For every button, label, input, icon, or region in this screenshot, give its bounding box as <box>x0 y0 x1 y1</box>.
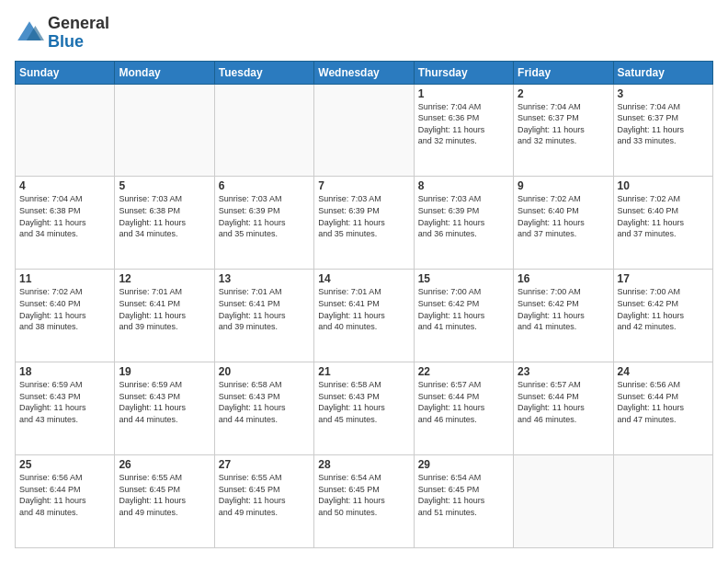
day-info: Sunrise: 7:04 AMSunset: 6:37 PMDaylight:… <box>518 101 609 147</box>
calendar-cell: 15Sunrise: 7:00 AMSunset: 6:42 PMDayligh… <box>414 270 513 362</box>
calendar-table: SundayMondayTuesdayWednesdayThursdayFrid… <box>15 61 713 548</box>
page: General Blue SundayMondayTuesdayWednesda… <box>0 0 728 563</box>
calendar-cell: 14Sunrise: 7:01 AMSunset: 6:41 PMDayligh… <box>314 270 414 362</box>
day-number: 3 <box>618 87 709 100</box>
day-number: 26 <box>119 458 210 471</box>
calendar-cell: 22Sunrise: 6:57 AMSunset: 6:44 PMDayligh… <box>414 362 513 455</box>
calendar-cell: 20Sunrise: 6:58 AMSunset: 6:43 PMDayligh… <box>214 362 313 455</box>
calendar-cell: 19Sunrise: 6:59 AMSunset: 6:43 PMDayligh… <box>115 362 214 455</box>
day-number: 13 <box>219 272 310 285</box>
day-number: 6 <box>219 179 310 192</box>
header: General Blue <box>15 15 713 52</box>
day-info: Sunrise: 6:54 AMSunset: 6:45 PMDaylight:… <box>418 472 509 518</box>
day-info: Sunrise: 6:57 AMSunset: 6:44 PMDaylight:… <box>418 379 509 425</box>
calendar-cell <box>16 84 115 177</box>
day-info: Sunrise: 7:03 AMSunset: 6:39 PMDaylight:… <box>219 193 310 239</box>
weekday-header-sunday: Sunday <box>16 61 115 84</box>
week-row-1: 1Sunrise: 7:04 AMSunset: 6:36 PMDaylight… <box>16 84 713 177</box>
day-number: 11 <box>19 272 110 285</box>
day-info: Sunrise: 7:02 AMSunset: 6:40 PMDaylight:… <box>19 286 110 332</box>
logo-blue: Blue <box>48 32 84 51</box>
logo-general: General <box>48 14 109 32</box>
day-info: Sunrise: 7:02 AMSunset: 6:40 PMDaylight:… <box>518 193 609 239</box>
calendar-cell: 6Sunrise: 7:03 AMSunset: 6:39 PMDaylight… <box>214 177 313 270</box>
calendar-cell: 18Sunrise: 6:59 AMSunset: 6:43 PMDayligh… <box>16 362 115 455</box>
day-number: 24 <box>618 365 709 378</box>
weekday-header-tuesday: Tuesday <box>214 61 313 84</box>
week-row-3: 11Sunrise: 7:02 AMSunset: 6:40 PMDayligh… <box>16 270 713 362</box>
day-info: Sunrise: 7:01 AMSunset: 6:41 PMDaylight:… <box>318 286 409 332</box>
day-number: 22 <box>418 365 509 378</box>
weekday-header-friday: Friday <box>514 61 613 84</box>
weekday-header-saturday: Saturday <box>613 61 712 84</box>
calendar-cell: 27Sunrise: 6:55 AMSunset: 6:45 PMDayligh… <box>214 455 313 548</box>
calendar-cell: 10Sunrise: 7:02 AMSunset: 6:40 PMDayligh… <box>613 177 712 270</box>
day-info: Sunrise: 6:55 AMSunset: 6:45 PMDaylight:… <box>119 472 210 518</box>
day-number: 21 <box>318 365 409 378</box>
calendar-cell: 12Sunrise: 7:01 AMSunset: 6:41 PMDayligh… <box>115 270 214 362</box>
day-number: 9 <box>518 179 609 192</box>
calendar-cell: 29Sunrise: 6:54 AMSunset: 6:45 PMDayligh… <box>414 455 513 548</box>
day-info: Sunrise: 7:03 AMSunset: 6:39 PMDaylight:… <box>418 193 509 239</box>
day-info: Sunrise: 7:03 AMSunset: 6:39 PMDaylight:… <box>318 193 409 239</box>
day-number: 10 <box>618 179 709 192</box>
calendar-cell: 23Sunrise: 6:57 AMSunset: 6:44 PMDayligh… <box>514 362 613 455</box>
day-number: 29 <box>418 458 509 471</box>
calendar-cell: 28Sunrise: 6:54 AMSunset: 6:45 PMDayligh… <box>314 455 414 548</box>
weekday-header-thursday: Thursday <box>414 61 513 84</box>
day-number: 20 <box>219 365 310 378</box>
calendar-cell <box>514 455 613 548</box>
logo-text: General Blue <box>48 15 109 52</box>
day-number: 19 <box>119 365 210 378</box>
calendar-cell: 21Sunrise: 6:58 AMSunset: 6:43 PMDayligh… <box>314 362 414 455</box>
calendar-cell: 16Sunrise: 7:00 AMSunset: 6:42 PMDayligh… <box>514 270 613 362</box>
week-row-5: 25Sunrise: 6:56 AMSunset: 6:44 PMDayligh… <box>16 455 713 548</box>
logo: General Blue <box>15 15 109 52</box>
day-number: 15 <box>418 272 509 285</box>
day-info: Sunrise: 6:54 AMSunset: 6:45 PMDaylight:… <box>318 472 409 518</box>
calendar-cell: 5Sunrise: 7:03 AMSunset: 6:38 PMDaylight… <box>115 177 214 270</box>
day-info: Sunrise: 6:55 AMSunset: 6:45 PMDaylight:… <box>219 472 310 518</box>
day-number: 5 <box>119 179 210 192</box>
calendar-cell <box>214 84 313 177</box>
day-number: 12 <box>119 272 210 285</box>
calendar-cell: 2Sunrise: 7:04 AMSunset: 6:37 PMDaylight… <box>514 84 613 177</box>
day-number: 8 <box>418 179 509 192</box>
day-info: Sunrise: 7:00 AMSunset: 6:42 PMDaylight:… <box>518 286 609 332</box>
day-info: Sunrise: 7:04 AMSunset: 6:37 PMDaylight:… <box>618 101 709 147</box>
day-info: Sunrise: 7:00 AMSunset: 6:42 PMDaylight:… <box>618 286 709 332</box>
calendar-cell: 17Sunrise: 7:00 AMSunset: 6:42 PMDayligh… <box>613 270 712 362</box>
calendar-cell: 11Sunrise: 7:02 AMSunset: 6:40 PMDayligh… <box>16 270 115 362</box>
day-number: 16 <box>518 272 609 285</box>
calendar-cell: 7Sunrise: 7:03 AMSunset: 6:39 PMDaylight… <box>314 177 414 270</box>
weekday-header-monday: Monday <box>115 61 214 84</box>
calendar-cell: 24Sunrise: 6:56 AMSunset: 6:44 PMDayligh… <box>613 362 712 455</box>
day-number: 17 <box>618 272 709 285</box>
day-number: 1 <box>418 87 509 100</box>
day-number: 4 <box>19 179 110 192</box>
logo-icon <box>15 18 44 48</box>
day-info: Sunrise: 7:04 AMSunset: 6:36 PMDaylight:… <box>418 101 509 147</box>
day-number: 18 <box>19 365 110 378</box>
day-info: Sunrise: 6:56 AMSunset: 6:44 PMDaylight:… <box>618 379 709 425</box>
day-number: 25 <box>19 458 110 471</box>
calendar-cell: 25Sunrise: 6:56 AMSunset: 6:44 PMDayligh… <box>16 455 115 548</box>
day-number: 27 <box>219 458 310 471</box>
calendar-cell: 4Sunrise: 7:04 AMSunset: 6:38 PMDaylight… <box>16 177 115 270</box>
calendar-cell: 1Sunrise: 7:04 AMSunset: 6:36 PMDaylight… <box>414 84 513 177</box>
calendar-cell <box>314 84 414 177</box>
day-number: 7 <box>318 179 409 192</box>
day-info: Sunrise: 6:58 AMSunset: 6:43 PMDaylight:… <box>219 379 310 425</box>
day-info: Sunrise: 6:56 AMSunset: 6:44 PMDaylight:… <box>19 472 110 518</box>
weekday-header-row: SundayMondayTuesdayWednesdayThursdayFrid… <box>16 61 713 84</box>
calendar-cell: 3Sunrise: 7:04 AMSunset: 6:37 PMDaylight… <box>613 84 712 177</box>
day-info: Sunrise: 7:01 AMSunset: 6:41 PMDaylight:… <box>119 286 210 332</box>
week-row-4: 18Sunrise: 6:59 AMSunset: 6:43 PMDayligh… <box>16 362 713 455</box>
calendar-cell: 26Sunrise: 6:55 AMSunset: 6:45 PMDayligh… <box>115 455 214 548</box>
calendar-cell <box>115 84 214 177</box>
day-info: Sunrise: 6:59 AMSunset: 6:43 PMDaylight:… <box>19 379 110 425</box>
calendar-cell: 8Sunrise: 7:03 AMSunset: 6:39 PMDaylight… <box>414 177 513 270</box>
day-number: 28 <box>318 458 409 471</box>
day-number: 2 <box>518 87 609 100</box>
day-number: 14 <box>318 272 409 285</box>
